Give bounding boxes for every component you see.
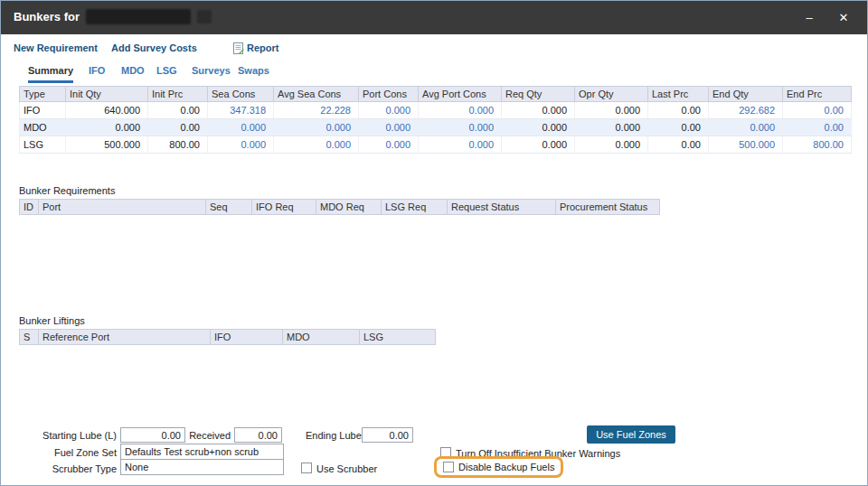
col-header-request-status: Request Status — [448, 200, 556, 215]
cell-last-prc[interactable]: 0.00 — [648, 136, 709, 154]
cell-end-qty[interactable]: 500.000 — [709, 136, 783, 154]
cell-init-qty[interactable]: 500.000 — [66, 136, 148, 154]
cell-sea-cons[interactable]: 0.000 — [208, 119, 274, 136]
cell-req-qty[interactable]: 0.000 — [502, 119, 575, 136]
cell-port-cons[interactable]: 0.000 — [359, 102, 419, 119]
cell-avg-sea-cons[interactable]: 22.228 — [274, 102, 359, 119]
tab-lsg[interactable]: LSG — [156, 65, 177, 80]
col-header-seq: Seq — [206, 200, 252, 215]
cell-port-cons[interactable]: 0.000 — [359, 119, 419, 136]
title-bar[interactable]: Bunkers for – ✕ — [1, 1, 867, 34]
bunkers-dialog: Bunkers for – ✕ New Requirement Add Surv… — [0, 0, 868, 486]
cell-sea-cons[interactable]: 347.318 — [208, 102, 274, 119]
tab-ifo[interactable]: IFO — [89, 65, 105, 80]
summary-row-ifo: IFO 640.000 0.00 347.318 22.228 0.000 0.… — [20, 102, 852, 119]
ending-lube-input[interactable] — [362, 427, 413, 443]
minimize-button[interactable]: – — [797, 1, 822, 34]
report-button[interactable]: Report — [247, 42, 278, 53]
received-label: Received — [185, 430, 231, 441]
add-survey-costs-button[interactable]: Add Survey Costs — [111, 42, 197, 53]
starting-lube-label: Starting Lube (L) — [32, 430, 117, 441]
dialog-title-text: Bunkers for — [14, 10, 80, 23]
starting-lube-input[interactable] — [120, 427, 185, 443]
col-header-port-cons: Port Cons — [359, 87, 419, 102]
col-header-mdo: MDO — [283, 330, 360, 345]
cell-opr-qty[interactable]: 0.000 — [575, 102, 648, 119]
fuel-zone-set-input[interactable] — [120, 444, 284, 460]
use-scrubber-label: Use Scrubber — [316, 463, 377, 474]
col-header-last-prc: Last Prc — [648, 87, 709, 102]
cell-sea-cons[interactable]: 0.000 — [208, 136, 274, 154]
tab-mdo[interactable]: MDO — [121, 65, 145, 80]
col-header-mdo-req: MDO Req — [316, 200, 382, 215]
cell-avg-sea-cons[interactable]: 0.000 — [274, 119, 359, 136]
summary-row-mdo: MDO 0.000 0.00 0.000 0.000 0.000 0.000 0… — [20, 119, 852, 136]
bunker-requirements-table: ID Port Seq IFO Req MDO Req LSG Req Requ… — [19, 199, 660, 215]
disable-backup-fuels-label: Disable Backup Fuels — [458, 462, 554, 472]
bunker-liftings-table: S Reference Port IFO MDO LSG — [19, 329, 436, 345]
col-header-end-qty: End Qty — [709, 87, 783, 102]
redacted-vessel-name — [86, 9, 191, 24]
tab-summary[interactable]: Summary — [28, 65, 73, 83]
cell-avg-port-cons[interactable]: 0.000 — [419, 102, 502, 119]
cell-end-qty[interactable]: 0.000 — [709, 119, 783, 136]
col-header-reference-port: Reference Port — [39, 330, 211, 345]
summary-table: Type Init Qty Init Prc Sea Cons Avg Sea … — [19, 86, 852, 154]
cell-opr-qty[interactable]: 0.000 — [575, 136, 648, 154]
col-header-type: Type — [20, 87, 66, 102]
col-header-port: Port — [39, 200, 206, 215]
cell-type: IFO — [20, 102, 66, 119]
col-header-procurement-status: Procurement Status — [556, 200, 660, 215]
cell-avg-port-cons[interactable]: 0.000 — [419, 119, 502, 136]
cell-port-cons[interactable]: 0.000 — [359, 136, 419, 154]
close-button[interactable]: ✕ — [831, 1, 856, 34]
cell-req-qty[interactable]: 0.000 — [502, 102, 575, 119]
col-header-opr-qty: Opr Qty — [575, 87, 648, 102]
tab-surveys[interactable]: Surveys — [192, 65, 231, 80]
cell-opr-qty[interactable]: 0.000 — [575, 119, 648, 136]
bunker-liftings-label: Bunker Liftings — [19, 315, 85, 326]
liftings-header-row: S Reference Port IFO MDO LSG — [20, 330, 436, 345]
col-header-lsg-req: LSG Req — [382, 200, 448, 215]
col-header-ifo: IFO — [211, 330, 283, 345]
col-header-id: ID — [20, 200, 39, 215]
cell-init-qty[interactable]: 640.000 — [66, 102, 148, 119]
cell-end-prc[interactable]: 0.00 — [783, 102, 852, 119]
ending-lube-label: Ending Lube — [306, 430, 362, 441]
cell-end-prc[interactable]: 800.00 — [783, 136, 852, 154]
summary-row-lsg: LSG 500.000 800.00 0.000 0.000 0.000 0.0… — [20, 136, 852, 154]
new-requirement-button[interactable]: New Requirement — [14, 42, 98, 53]
cell-last-prc[interactable]: 0.00 — [648, 119, 709, 136]
cell-init-qty[interactable]: 0.000 — [66, 119, 148, 136]
col-header-req-qty: Req Qty — [502, 87, 575, 102]
cell-req-qty[interactable]: 0.000 — [502, 136, 575, 154]
col-header-end-prc: End Prc — [783, 87, 852, 102]
cell-init-prc[interactable]: 0.00 — [148, 102, 208, 119]
col-header-avg-port-cons: Avg Port Cons — [419, 87, 502, 102]
col-header-s: S — [20, 330, 39, 345]
bunker-requirements-label: Bunker Requirements — [19, 185, 115, 196]
use-fuel-zones-button[interactable]: Use Fuel Zones — [587, 425, 675, 444]
cell-type: MDO — [20, 119, 66, 136]
dialog-title: Bunkers for — [14, 9, 212, 24]
fuel-zone-set-label: Fuel Zone Set — [32, 447, 117, 458]
disable-backup-fuels-checkbox[interactable] — [443, 462, 454, 472]
received-input[interactable] — [234, 427, 282, 443]
cell-end-qty[interactable]: 292.682 — [709, 102, 783, 119]
col-header-ifo-req: IFO Req — [252, 200, 316, 215]
requirements-header-row: ID Port Seq IFO Req MDO Req LSG Req Requ… — [20, 200, 660, 215]
cell-avg-port-cons[interactable]: 0.000 — [419, 136, 502, 154]
summary-header-row: Type Init Qty Init Prc Sea Cons Avg Sea … — [20, 87, 852, 102]
cell-init-prc[interactable]: 0.00 — [148, 119, 208, 136]
cell-avg-sea-cons[interactable]: 0.000 — [274, 136, 359, 154]
cell-end-prc[interactable]: 0.00 — [783, 119, 852, 136]
cell-last-prc[interactable]: 0.00 — [648, 102, 709, 119]
use-scrubber-checkbox[interactable] — [301, 463, 312, 473]
scrubber-type-label: Scrubber Type — [32, 463, 117, 474]
disable-backup-fuels-highlight: Disable Backup Fuels — [434, 456, 563, 478]
scrubber-type-input[interactable] — [120, 459, 284, 475]
cell-init-prc[interactable]: 800.00 — [148, 136, 208, 154]
col-header-avg-sea-cons: Avg Sea Cons — [274, 87, 359, 102]
tab-swaps[interactable]: Swaps — [238, 65, 269, 80]
cell-type: LSG — [20, 136, 66, 154]
